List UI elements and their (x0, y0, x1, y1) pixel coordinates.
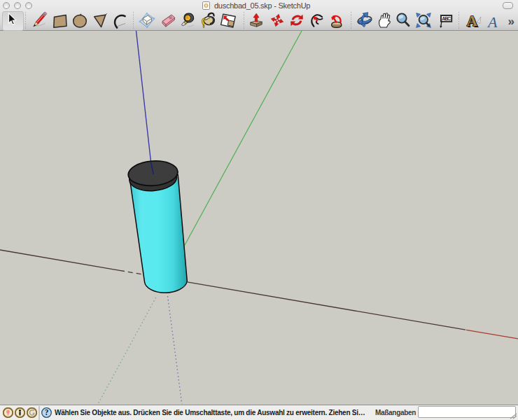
svg-text:?: ? (44, 408, 48, 416)
svg-text:ABC: ABC (442, 16, 451, 21)
svg-text:A: A (467, 13, 478, 29)
svg-text:A: A (486, 13, 498, 30)
svg-text:»: » (508, 15, 514, 28)
